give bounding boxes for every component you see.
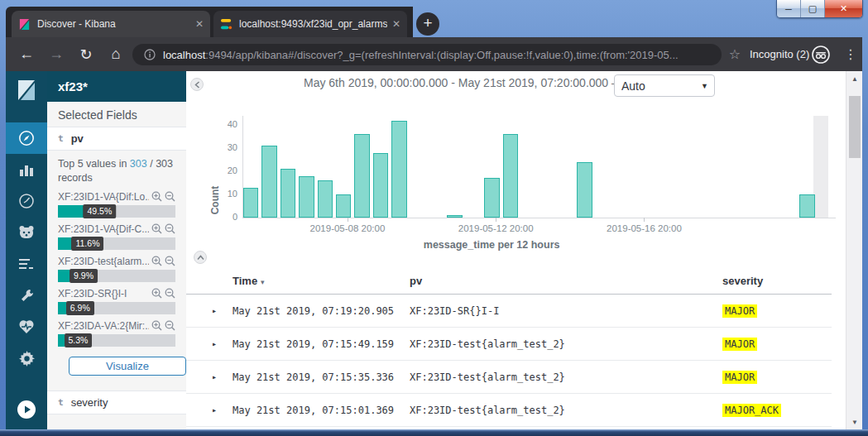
cell-pv: XF:23ID-test{alarm_test_2} [410, 338, 565, 350]
zoom-out-filter-icon[interactable] [165, 223, 175, 234]
bookmark-star-icon[interactable]: ☆ [724, 37, 746, 71]
visualize-button[interactable]: Visualize [69, 357, 186, 376]
field-value-name: XF:23ID1-VA{Dif-C... [58, 223, 149, 235]
histogram-bar[interactable] [261, 146, 276, 218]
column-header-pv[interactable]: pv [410, 275, 422, 287]
field-value-percent: 6.9% [66, 301, 94, 315]
play-circle-icon [17, 400, 36, 419]
cell-time: May 21st 2019, 07:15:49.159 [233, 338, 394, 350]
sidebar-item-apm[interactable] [6, 217, 47, 248]
home-icon[interactable]: ⌂ [103, 37, 128, 71]
cell-pv: XF:23ID-test{alarm_test_2} [410, 371, 565, 383]
field-value-name: XF:23ID-SR{}I-I [58, 288, 149, 299]
tab-discover-kibana[interactable]: Discover - Kibana ✕ [12, 11, 210, 37]
scrollbar-thumb[interactable] [849, 96, 861, 158]
tab-close-icon[interactable]: ✕ [392, 18, 400, 30]
kibana-nav-rail [6, 71, 47, 429]
maximize-button[interactable]: ▢ [801, 0, 825, 17]
expand-row-caret[interactable]: ▸ [212, 339, 217, 348]
cell-severity: MAJOR [722, 305, 757, 317]
field-value-bar-fill [58, 270, 70, 282]
histogram-bar[interactable] [484, 178, 499, 218]
minimize-button[interactable]: ─ [777, 0, 801, 17]
sidebar-item-logs[interactable] [6, 248, 47, 280]
sidebar-item-dashboard[interactable] [6, 185, 47, 217]
kibana-logo[interactable] [6, 71, 47, 109]
new-tab-button[interactable]: + [416, 12, 439, 36]
wrench-icon [19, 288, 35, 304]
sidebar-item-dev-tools[interactable] [6, 280, 47, 311]
field-value-item: XF:23ID1-VA{Dif-C... 11.6% [58, 223, 175, 250]
reload-icon[interactable]: ↻ [74, 37, 98, 71]
selected-fields-heading: Selected Fields [47, 102, 186, 127]
field-value-name: XF:23ID1-VA{Dif:Lo... [58, 191, 149, 203]
expand-row-caret[interactable]: ▸ [212, 306, 217, 315]
scroll-down-icon[interactable]: ▼ [846, 415, 862, 429]
field-value-name: XF:23IDA-VA:2{Mir:... [58, 320, 149, 332]
zoom-out-filter-icon[interactable] [165, 320, 175, 331]
column-header-severity[interactable]: severity [722, 275, 763, 287]
histogram-bar[interactable] [281, 169, 295, 218]
log-lines-icon [19, 257, 34, 271]
cell-pv: XF:23ID-test{alarm_test_2} [410, 405, 565, 416]
cell-severity: MAJOR [722, 338, 757, 350]
field-type-badge: t [58, 397, 64, 408]
info-icon[interactable] [144, 49, 156, 60]
y-tick-label: 30 [209, 142, 237, 152]
browser-menu-icon[interactable]: ⋮ [838, 37, 863, 71]
table-row: ▸ May 21st 2019, 07:15:35.336 XF:23ID-te… [186, 361, 832, 394]
url-path: :9494/app/kibana#/discover?_g=(refreshIn… [205, 49, 678, 61]
histogram-bar[interactable] [243, 188, 258, 218]
close-button[interactable]: ✕ [825, 0, 862, 17]
zoom-in-filter-icon[interactable] [151, 256, 162, 266]
histogram-bar[interactable] [577, 162, 592, 218]
sidebar-item-discover[interactable] [6, 122, 47, 154]
expand-row-caret[interactable]: ▸ [212, 372, 217, 381]
field-value-percent: 49.5% [84, 204, 117, 218]
histogram-bar[interactable] [503, 134, 518, 218]
field-item-severity[interactable]: t severity [47, 390, 186, 414]
histogram-bar[interactable] [318, 180, 333, 218]
top-values-summary: Top 5 values in 303 / 303 records [58, 157, 175, 185]
sidebar-item-visualize[interactable] [6, 154, 47, 185]
field-value-percent: 9.9% [70, 269, 98, 283]
zoom-in-filter-icon[interactable] [151, 320, 162, 331]
index-pattern-selector[interactable]: xf23* [47, 71, 186, 102]
back-icon[interactable]: ← [14, 37, 39, 71]
histogram-bar[interactable] [373, 153, 388, 218]
zoom-out-filter-icon[interactable] [165, 256, 175, 266]
histogram-bar[interactable] [354, 134, 369, 218]
field-value-bar: 49.5% [58, 205, 175, 218]
window-controls: ─ ▢ ✕ [776, 0, 863, 18]
records-count-link[interactable]: 303 [130, 158, 147, 170]
forward-icon[interactable]: → [44, 37, 69, 71]
scroll-up-icon[interactable]: ▲ [846, 72, 862, 85]
sidebar-item-management[interactable] [6, 343, 47, 374]
field-item-pv[interactable]: t pv [47, 127, 186, 151]
sidebar-item-monitoring[interactable] [6, 311, 47, 343]
address-bar[interactable]: localhost:9494/app/kibana#/discover?_g=(… [132, 44, 722, 65]
zoom-in-filter-icon[interactable] [151, 223, 162, 234]
chevron-up-icon [197, 255, 204, 261]
zoom-out-filter-icon[interactable] [165, 191, 175, 202]
current-bucket-highlight [813, 116, 828, 218]
histogram-bar[interactable] [336, 194, 351, 218]
x-tick-mark [496, 218, 496, 222]
zoom-in-filter-icon[interactable] [151, 191, 162, 202]
incognito-icon [808, 37, 833, 71]
histogram-bar[interactable] [799, 194, 814, 218]
vertical-scrollbar[interactable]: ▲ ▼ [846, 71, 862, 429]
column-header-time[interactable]: Time▾ [233, 275, 265, 287]
nav-collapse-button[interactable] [6, 395, 47, 424]
tab-localhost-9493[interactable]: localhost:9493/xf23id_opr_alarms ✕ [213, 11, 407, 37]
expand-row-caret[interactable]: ▸ [212, 405, 217, 414]
zoom-in-filter-icon[interactable] [151, 288, 162, 299]
histogram-bar[interactable] [391, 121, 406, 218]
histogram-bar[interactable] [299, 176, 314, 218]
collapse-histogram-button[interactable] [194, 251, 207, 264]
interval-select[interactable]: Auto [614, 74, 715, 97]
histogram-bar[interactable] [447, 215, 462, 218]
zoom-out-filter-icon[interactable] [165, 288, 175, 299]
field-name: pv [71, 132, 84, 145]
tab-close-icon[interactable]: ✕ [195, 18, 204, 30]
